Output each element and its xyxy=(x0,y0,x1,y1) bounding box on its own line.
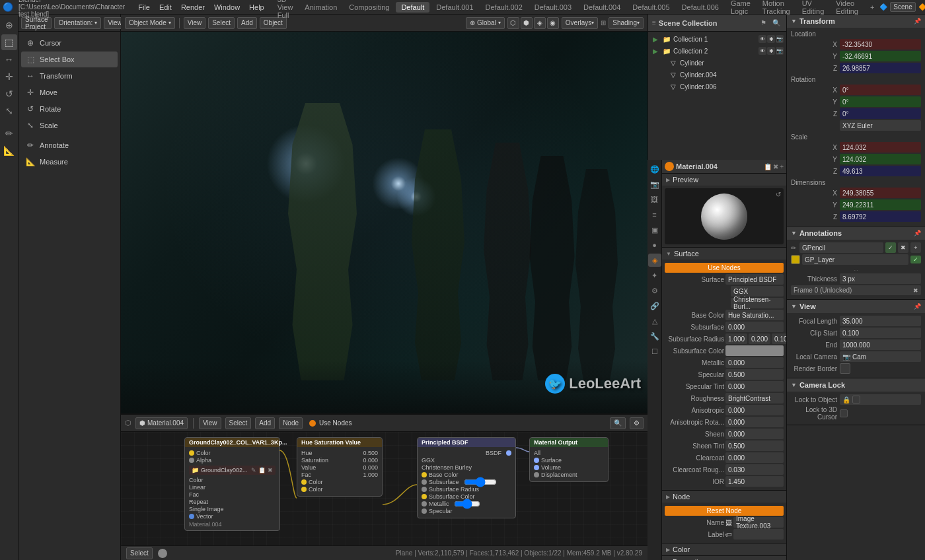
c1-vis[interactable]: 👁 xyxy=(758,35,766,43)
thickness-val[interactable]: 3 px xyxy=(840,273,921,284)
menu-help[interactable]: Help xyxy=(245,2,268,13)
particles-icon[interactable]: ✦ xyxy=(648,269,661,282)
ws-default001[interactable]: Default.001 xyxy=(431,2,478,13)
menu-render[interactable]: Render xyxy=(177,2,209,13)
outline-collection1[interactable]: ▶ 📁 Collection 1 👁 ✱ 📷 xyxy=(648,33,786,45)
annot-active-btn[interactable]: ✓ xyxy=(885,242,896,253)
mat-copy-btn[interactable]: 📋 xyxy=(764,163,772,170)
loc-y-val[interactable]: -32.46691 xyxy=(840,51,921,61)
tool-rotate[interactable]: ↺ xyxy=(1,86,17,102)
annot-plus-btn[interactable]: + xyxy=(910,242,921,253)
tool-scale[interactable]: ⤡ xyxy=(1,103,17,119)
outline-cylinder004[interactable]: ▽ Cylinder.004 xyxy=(648,69,786,81)
dim-z-val[interactable]: 8.69792 xyxy=(840,211,921,222)
menu-file[interactable]: File xyxy=(134,2,154,13)
clip-start-val[interactable]: 0.100 xyxy=(840,328,921,338)
sr-z[interactable]: 0.100 xyxy=(772,333,786,344)
lock-cursor-checkbox[interactable] xyxy=(840,409,848,417)
ws-animation[interactable]: Animation xyxy=(299,2,342,13)
principled-bsdf-node[interactable]: Principled BSDF BSDF GGX Christensen Bur… xyxy=(417,437,516,518)
outline-cylinder[interactable]: ▽ Cylinder xyxy=(648,57,786,69)
ws-videoediting[interactable]: Video Editing xyxy=(831,0,864,17)
gpencil-name[interactable]: GPencil xyxy=(799,242,883,253)
cam-lock-header[interactable]: ▼ Camera Lock xyxy=(787,378,925,392)
node-view-btn[interactable]: View xyxy=(199,417,221,429)
node-node-btn[interactable]: Node xyxy=(279,417,303,429)
local-cam-val[interactable]: 📷 Cam xyxy=(840,351,921,362)
node-content[interactable]: GroundClay002_COL_VAR1_3Kp... Color Alph… xyxy=(121,432,648,545)
texture-name-val[interactable]: Image Texture.003 xyxy=(733,517,784,528)
view-menu[interactable]: View xyxy=(184,17,206,29)
view-layer-icon[interactable]: ≡ xyxy=(648,208,661,221)
lock-checkbox[interactable] xyxy=(852,396,860,403)
metallic-value[interactable]: 0.000 xyxy=(725,357,784,368)
ar-value[interactable]: 0.000 xyxy=(725,417,784,427)
specular-value[interactable]: 0.500 xyxy=(725,369,784,380)
subsurface-value[interactable]: 0.000 xyxy=(725,322,784,332)
ior-value[interactable]: 1.450 xyxy=(725,476,784,487)
tool-opt-cursor[interactable]: ⊕ Cursor xyxy=(21,35,118,51)
ws-motiontracking[interactable]: Motion Tracking xyxy=(757,0,796,17)
end-val[interactable]: 1000.000 xyxy=(840,339,921,350)
ws-gamelogic[interactable]: Game Logic xyxy=(725,0,756,17)
tool-cursor[interactable]: ⊕ xyxy=(1,17,17,33)
roughness-value[interactable]: BrightContrast xyxy=(725,393,784,403)
ws-default006[interactable]: Default.006 xyxy=(677,2,724,13)
orientation-btn[interactable]: Orientation: ▾ xyxy=(54,17,101,29)
props-section-header[interactable]: ▶ Properties xyxy=(662,556,786,560)
reset-node-btn[interactable]: Reset Node xyxy=(665,506,784,516)
output-props-icon[interactable]: 🖼 xyxy=(648,193,661,206)
c2-sel[interactable]: ✱ xyxy=(767,47,775,55)
tool-move[interactable]: ✛ xyxy=(1,69,17,85)
material-icon[interactable]: ◈ xyxy=(648,254,661,267)
ws-default002[interactable]: Default.002 xyxy=(480,2,528,13)
scale-y-val[interactable]: 124.032 xyxy=(840,154,921,164)
tool-opt-rotate[interactable]: ↺ Rotate xyxy=(21,101,118,117)
3d-viewport[interactable]: 🐦 LeoLeeArt xyxy=(121,32,648,413)
dim-y-val[interactable]: 249.22311 xyxy=(840,199,921,210)
rot-mode-val[interactable]: XYZ Euler xyxy=(840,120,921,131)
select-status-btn[interactable]: Select xyxy=(126,547,153,559)
layer-color[interactable] xyxy=(791,255,800,264)
scene-props-icon[interactable]: 🌐 xyxy=(648,162,661,176)
ggx-value[interactable]: GGX xyxy=(731,286,784,297)
render-props-icon[interactable]: 📷 xyxy=(648,178,661,191)
menu-window[interactable]: Window xyxy=(210,2,244,13)
scene-icon[interactable]: ▣ xyxy=(648,223,661,236)
aniso-value[interactable]: 0.000 xyxy=(725,405,784,415)
ws-default004[interactable]: Default.004 xyxy=(578,2,626,13)
node-add-btn[interactable]: Add xyxy=(255,417,275,429)
tool-opt-selectbox[interactable]: ⬚ Select Box xyxy=(21,52,118,67)
surface-type-value[interactable]: Principled BSDF xyxy=(725,274,784,285)
loc-z-val[interactable]: 26.98857 xyxy=(840,63,921,73)
rot-z-val[interactable]: 0° xyxy=(840,108,921,119)
node-select-btn[interactable]: Select xyxy=(225,417,252,429)
render-border-checkbox[interactable] xyxy=(840,363,850,374)
sc-value[interactable] xyxy=(725,345,784,356)
sheen-value[interactable]: 0.000 xyxy=(725,429,784,439)
node-mode-dropdown[interactable]: ⬢ Material.004 xyxy=(135,417,188,429)
ws-add[interactable]: + xyxy=(865,2,879,13)
annot-pin-icon[interactable]: 📌 xyxy=(914,230,921,236)
select-menu[interactable]: Select xyxy=(208,17,235,29)
cc-value[interactable]: 0.000 xyxy=(725,452,784,463)
c2-vis[interactable]: 👁 xyxy=(758,47,766,55)
surface-header[interactable]: ▼ Surface xyxy=(662,248,786,260)
tool-measure[interactable]: 📐 xyxy=(1,143,17,158)
ws-uvediting[interactable]: UV Editing xyxy=(797,0,830,17)
tool-opt-annotate[interactable]: ✏ Annotate xyxy=(21,137,118,153)
scale-x-val[interactable]: 124.032 xyxy=(840,142,921,153)
lock-obj-val[interactable]: 🔒 xyxy=(840,394,921,405)
metallic-slider[interactable] xyxy=(454,501,480,507)
rot-y-val[interactable]: 0° xyxy=(840,96,921,107)
tool-opt-measure[interactable]: 📐 Measure xyxy=(21,154,118,170)
rot-x-val[interactable]: 0° xyxy=(840,85,921,95)
constraints-icon[interactable]: 🔗 xyxy=(648,299,661,312)
object-props-icon[interactable]: ☐ xyxy=(648,345,661,358)
texture-file-btn[interactable]: 📁 GroundClay002... ✎ 📋 ✖ xyxy=(189,466,276,475)
subsurface-slider[interactable] xyxy=(464,479,497,485)
ws-default003[interactable]: Default.003 xyxy=(529,2,577,13)
engine-select[interactable]: Scene xyxy=(890,2,915,12)
ws-3dviewfull[interactable]: 3D View Full xyxy=(272,0,299,20)
node-settings-btn[interactable]: ⚙ xyxy=(630,417,644,429)
